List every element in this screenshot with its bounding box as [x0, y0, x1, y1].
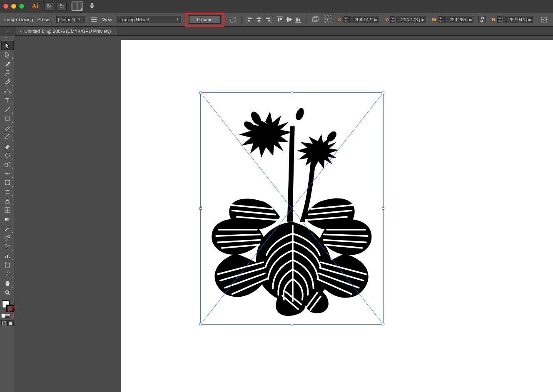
fill-stroke-swatch[interactable]: [1, 300, 14, 312]
document-tab[interactable]: × Untitled-1* @ 200% (CMYK/GPU Preview): [16, 27, 116, 35]
lasso-tool[interactable]: [1, 68, 14, 77]
app-logo: Ai: [32, 2, 38, 10]
w-input[interactable]: [444, 16, 474, 23]
stock-button[interactable]: St: [57, 2, 67, 10]
app-titlebar: Ai Br St: [0, 0, 553, 12]
transform-panel-icon[interactable]: [311, 15, 320, 24]
align-bottom-icon[interactable]: [294, 16, 302, 23]
curvature-tool[interactable]: [1, 87, 14, 96]
type-tool[interactable]: T: [1, 96, 14, 105]
gradient-tool[interactable]: [1, 215, 14, 224]
free-transform-tool[interactable]: [1, 178, 14, 187]
pencil-tool[interactable]: [1, 132, 14, 141]
align-left-icon[interactable]: [246, 16, 254, 23]
constrain-proportions-icon[interactable]: [478, 16, 486, 23]
align-right-icon[interactable]: [264, 16, 272, 23]
direct-selection-tool[interactable]: [1, 50, 14, 59]
tracing-presets-menu-icon[interactable]: [89, 15, 98, 24]
toolbox-grip[interactable]: [1, 37, 14, 40]
view-value: Tracing Result: [120, 17, 149, 22]
shape-builder-tool[interactable]: [1, 187, 14, 196]
color-mode-solid[interactable]: [1, 314, 5, 318]
resize-handle-bm[interactable]: [291, 323, 293, 325]
align-hcenter-icon[interactable]: [255, 16, 263, 23]
window-minimize-button[interactable]: [11, 4, 16, 9]
reference-point-selector[interactable]: [324, 15, 332, 24]
expand-button[interactable]: Expand: [189, 15, 220, 24]
column-graph-tool[interactable]: [1, 251, 14, 261]
align-vcenter-icon[interactable]: [285, 16, 293, 23]
x-input[interactable]: [349, 16, 379, 23]
canvas-viewport[interactable]: [15, 36, 553, 392]
svg-point-31: [5, 70, 10, 74]
resize-handle-mr[interactable]: [382, 207, 384, 210]
screen-mode-icon[interactable]: [7, 320, 14, 326]
h-input[interactable]: [503, 16, 533, 23]
selection-tool[interactable]: [1, 41, 14, 50]
svg-rect-17: [278, 17, 279, 21]
width-tool[interactable]: [1, 169, 14, 178]
resize-handle-br[interactable]: [382, 323, 384, 325]
mesh-tool[interactable]: [1, 206, 14, 215]
align-top-icon[interactable]: [276, 16, 284, 23]
x-stepper[interactable]: ▴▾: [344, 16, 349, 23]
scale-tool[interactable]: [1, 160, 14, 169]
slice-tool[interactable]: [1, 270, 14, 279]
zoom-tool[interactable]: [1, 288, 14, 297]
bridge-button[interactable]: Br: [44, 2, 54, 10]
draw-mode-icon[interactable]: [1, 320, 7, 326]
svg-rect-38: [5, 181, 10, 185]
tab-dock-handle[interactable]: »: [0, 27, 15, 36]
artboard-tool[interactable]: [1, 261, 14, 270]
x-label: X:: [338, 17, 343, 22]
window-maximize-button[interactable]: [19, 4, 24, 9]
hand-tool[interactable]: [1, 279, 14, 288]
gpu-performance-icon[interactable]: [88, 2, 96, 10]
close-tab-icon[interactable]: ×: [19, 29, 22, 34]
resize-handle-ml[interactable]: [199, 207, 202, 210]
perspective-grid-tool[interactable]: [1, 196, 14, 206]
paintbrush-tool[interactable]: [1, 123, 14, 132]
svg-rect-62: [9, 322, 12, 325]
svg-rect-36: [5, 117, 10, 120]
window-close-button[interactable]: [3, 4, 8, 9]
svg-rect-54: [7, 255, 8, 258]
stroke-swatch[interactable]: [6, 305, 14, 312]
svg-line-60: [8, 293, 10, 295]
svg-point-28: [543, 19, 545, 20]
rectangle-tool[interactable]: [1, 114, 14, 123]
svg-point-33: [9, 92, 10, 94]
symbol-sprayer-tool[interactable]: [1, 242, 14, 251]
color-mode-gradient[interactable]: [5, 314, 10, 318]
document-tab-bar: × Untitled-1* @ 200% (CMYK/GPU Preview): [0, 27, 553, 36]
selection-bounding-box[interactable]: [200, 92, 384, 325]
resize-handle-tr[interactable]: [382, 92, 384, 94]
expand-button-label: Expand: [197, 17, 212, 22]
arrange-documents-button[interactable]: [71, 2, 83, 10]
resize-handle-tl[interactable]: [199, 92, 202, 94]
blend-tool[interactable]: [1, 233, 14, 242]
resize-handle-bl[interactable]: [199, 323, 202, 325]
eraser-tool[interactable]: [1, 141, 14, 151]
color-mode-none[interactable]: [10, 314, 14, 318]
y-input[interactable]: [396, 16, 426, 23]
svg-point-41: [5, 184, 6, 185]
document-tab-title: Untitled-1* @ 200% (CMYK/GPU Preview): [24, 29, 111, 34]
magic-wand-tool[interactable]: [1, 59, 14, 68]
view-dropdown[interactable]: Tracing Result ▼: [117, 16, 181, 23]
svg-rect-12: [258, 20, 261, 21]
line-segment-tool[interactable]: [1, 105, 14, 114]
align-horizontal-group: [246, 16, 272, 23]
h-stepper[interactable]: ▴▾: [497, 16, 502, 23]
rotate-tool[interactable]: [1, 151, 14, 160]
eyedropper-tool[interactable]: [1, 224, 14, 233]
pen-tool[interactable]: [1, 77, 14, 87]
y-stepper[interactable]: ▴▾: [390, 16, 395, 23]
preset-label: Preset:: [37, 17, 52, 22]
resize-handle-tm[interactable]: [291, 92, 293, 94]
w-stepper[interactable]: ▴▾: [438, 16, 443, 23]
isolate-object-icon[interactable]: [540, 15, 549, 24]
svg-point-32: [4, 92, 5, 94]
preset-dropdown[interactable]: [Default]▼: [56, 16, 85, 23]
tracing-options-icon[interactable]: [229, 15, 238, 24]
